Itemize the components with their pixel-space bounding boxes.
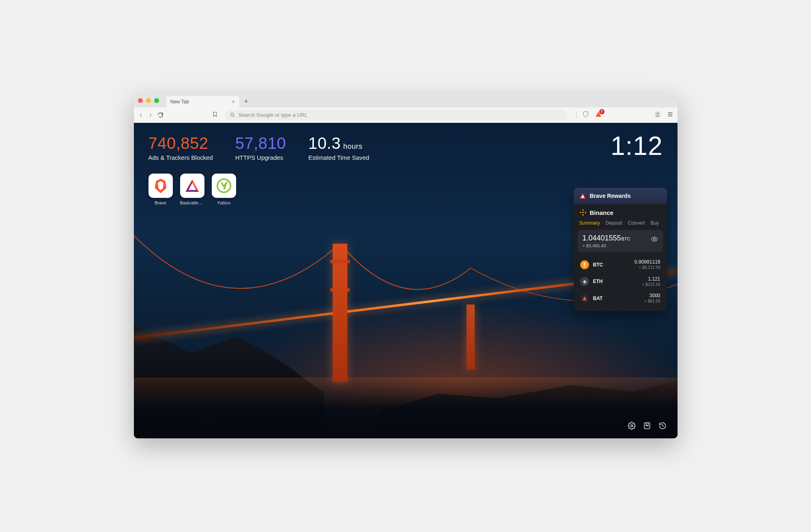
toolbar-divider	[576, 112, 577, 119]
balance-amount: 1.04401555BTC	[583, 234, 658, 242]
browser-window: New Tab × + Search Google or type a URL	[134, 94, 678, 438]
svg-point-21	[653, 238, 655, 240]
svg-rect-16	[582, 209, 583, 211]
svg-rect-17	[582, 214, 583, 216]
svg-rect-19	[584, 212, 586, 213]
stats-row: 740,852 Ads & Trackers Blocked 57,810 HT…	[148, 134, 370, 161]
top-site-label: Basicatten…	[180, 200, 204, 205]
yubico-logo-icon	[216, 178, 232, 193]
asset-usd: ≈ $61.55	[645, 299, 660, 304]
asset-symbol: BTC	[593, 262, 609, 268]
bookmark-icon[interactable]	[212, 112, 218, 119]
window-close-button[interactable]	[138, 98, 143, 103]
stat-label: Ads & Trackers Blocked	[148, 154, 213, 161]
binance-logo-icon	[579, 209, 587, 216]
tab-close-button[interactable]: ×	[232, 99, 235, 105]
binance-tab-buy[interactable]: Buy	[651, 220, 659, 226]
svg-point-23	[630, 425, 632, 427]
svg-line-1	[233, 116, 234, 117]
asset-row-bat[interactable]: BAT 3000 ≈ $61.55	[574, 290, 667, 307]
binance-tab-deposit[interactable]: Deposit	[606, 220, 622, 226]
search-icon	[230, 112, 235, 118]
asset-row-btc[interactable]: ₿ BTC 0.90891119 ≈ $8,212.58	[574, 256, 667, 273]
stat-label: Estimated Time Saved	[308, 154, 369, 161]
asset-symbol: BAT	[593, 296, 609, 301]
binance-tab-convert[interactable]: Convert	[628, 220, 645, 226]
toolbar: Search Google or type a URL 7	[134, 107, 678, 123]
svg-point-0	[230, 113, 234, 116]
asset-row-eth[interactable]: ◆ ETH 1.121 ≈ $122.43	[574, 273, 667, 290]
stat-value: 57,810	[235, 134, 286, 152]
asset-usd: ≈ $8,212.58	[635, 265, 660, 270]
bat-icon	[579, 193, 586, 199]
top-site-tile	[148, 174, 173, 198]
settings-icon[interactable]	[627, 421, 636, 430]
history-icon[interactable]	[658, 421, 667, 430]
tab-strip: New Tab × +	[134, 94, 678, 107]
clock: 1:12	[611, 131, 663, 161]
binance-header: Binance	[574, 204, 667, 218]
background-scenery	[467, 305, 475, 369]
asset-usd: ≈ $122.43	[642, 282, 660, 287]
top-site-label: Yubico	[212, 200, 236, 205]
eth-icon: ◆	[580, 277, 589, 286]
forward-button[interactable]	[148, 112, 153, 118]
binance-card: Binance Summary Deposit Convert Buy 1.04…	[574, 204, 667, 311]
top-site-label: Brave	[148, 200, 173, 205]
extension-badge: 7	[599, 109, 604, 114]
widget-column: Brave Rewards Binance Summary Deposit	[574, 188, 667, 311]
stat-https-upgrades: 57,810 HTTPS Upgrades	[235, 134, 286, 161]
shields-icon[interactable]	[582, 111, 589, 119]
stat-label: HTTPS Upgrades	[235, 154, 286, 161]
stat-value: 10.3hours	[308, 134, 369, 152]
brave-logo-icon	[153, 178, 168, 194]
stat-time-saved: 10.3hours Estimated Time Saved	[308, 134, 369, 161]
browser-tab[interactable]: New Tab ×	[166, 96, 239, 107]
top-site-bat[interactable]: Basicatten…	[180, 174, 204, 205]
binance-title: Binance	[590, 209, 613, 216]
svg-rect-20	[582, 212, 583, 213]
top-site-tile	[180, 174, 204, 198]
tab-title: New Tab	[170, 99, 189, 105]
app-menu-button[interactable]	[667, 111, 673, 119]
rewards-title: Brave Rewards	[590, 193, 631, 199]
stat-value: 740,852	[148, 134, 213, 152]
page-controls	[627, 421, 667, 430]
window-minimize-button[interactable]	[146, 98, 151, 103]
asset-amount: 1.121	[642, 276, 660, 282]
toolbar-right: 7	[576, 111, 673, 120]
asset-symbol: ETH	[593, 279, 609, 284]
asset-amount: 3000	[645, 293, 660, 299]
address-bar[interactable]: Search Google or type a URL	[225, 110, 568, 120]
window-controls	[138, 98, 159, 103]
brave-rewards-card[interactable]: Brave Rewards	[574, 188, 667, 204]
asset-amount: 0.90891119	[635, 259, 660, 265]
bookmarks-icon[interactable]	[643, 421, 652, 430]
btc-icon: ₿	[580, 260, 589, 269]
new-tab-button[interactable]: +	[244, 98, 249, 105]
bat-logo-icon	[185, 179, 200, 193]
bat-icon	[580, 294, 589, 303]
top-site-yubico[interactable]: Yubico	[212, 174, 236, 205]
balance-approx: ≈ $8,480.48	[583, 243, 658, 248]
top-sites: Brave Basicatten…	[148, 174, 236, 205]
svg-rect-18	[579, 212, 581, 213]
reload-button[interactable]	[157, 112, 163, 118]
new-tab-page: 740,852 Ads & Trackers Blocked 57,810 HT…	[134, 123, 678, 438]
svg-point-4	[656, 112, 658, 114]
profile-icon[interactable]	[654, 111, 661, 120]
stat-ads-blocked: 740,852 Ads & Trackers Blocked	[148, 134, 213, 161]
back-button[interactable]	[138, 112, 144, 118]
binance-tab-summary[interactable]: Summary	[579, 220, 600, 226]
binance-tabs: Summary Deposit Convert Buy	[574, 218, 667, 230]
top-site-brave[interactable]: Brave	[148, 174, 173, 205]
brave-extension-icon[interactable]: 7	[595, 111, 602, 120]
background-scenery	[134, 378, 678, 438]
top-site-tile	[212, 174, 236, 198]
window-maximize-button[interactable]	[154, 98, 159, 103]
binance-balance: 1.04401555BTC ≈ $8,480.48	[578, 230, 663, 252]
address-bar-placeholder: Search Google or type a URL	[239, 112, 308, 118]
background-scenery	[333, 244, 347, 382]
svg-marker-22	[582, 296, 587, 300]
toggle-visibility-icon[interactable]	[651, 236, 658, 245]
